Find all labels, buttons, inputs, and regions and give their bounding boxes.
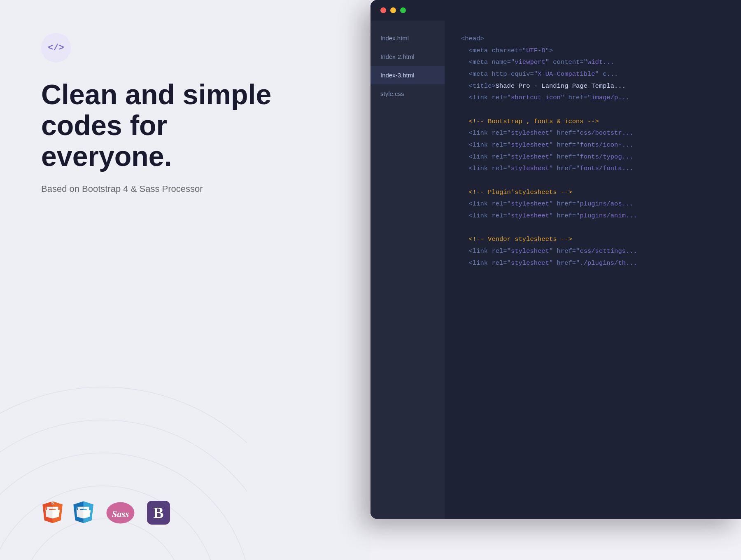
svg-point-4 (0, 387, 247, 560)
left-panel: </> Clean and simple codes for everyone.… (0, 0, 370, 560)
code-line: <link rel="stylesheet" href="fonts/typog… (461, 151, 725, 163)
code-line: <link rel="stylesheet" href="plugins/aos… (461, 198, 725, 210)
code-icon: </> (48, 43, 64, 53)
css3-logo (72, 500, 95, 527)
blank-line (461, 104, 725, 116)
file-item-index[interactable]: Index.html (370, 29, 445, 47)
code-line: <link rel="stylesheet" href="fonts/icon-… (461, 139, 725, 151)
code-line: <meta name="viewport" content="widt... (461, 56, 725, 68)
code-line: <link rel="shortcut icon" href="image/p.… (461, 92, 725, 104)
file-item-style[interactable]: style.css (370, 84, 445, 103)
code-line-comment-plugins: <!-- Plugin'stylesheets --> (461, 187, 725, 198)
svg-text:5: 5 (51, 500, 54, 505)
maximize-button[interactable] (400, 7, 406, 13)
code-line: <link rel="stylesheet" href="fonts/fonta… (461, 163, 725, 175)
code-area: <head> <meta charset="UTF-8"> <meta name… (445, 21, 741, 519)
code-line: <link rel="stylesheet" href="./plugins/t… (461, 257, 725, 269)
blank-line (461, 222, 725, 234)
editor-body: Index.html Index-2.html Index-3.html sty… (370, 21, 741, 519)
close-button[interactable] (380, 7, 386, 13)
code-editor: Index.html Index-2.html Index-3.html sty… (370, 0, 741, 519)
minimize-button[interactable] (390, 7, 396, 13)
editor-titlebar (370, 0, 741, 21)
sass-logo: Sass (103, 502, 138, 526)
headline: Clean and simple codes for everyone. (41, 79, 272, 171)
subtext: Based on Bootstrap 4 & Sass Processor (41, 184, 329, 194)
code-line: <meta http-equiv="X-UA-Compatible" c... (461, 68, 725, 80)
file-item-index3[interactable]: Index-3.html (370, 66, 445, 84)
svg-text:B: B (153, 504, 163, 521)
code-line-comment-bootstrap: <!-- Bootstrap , fonts & icons --> (461, 116, 725, 128)
bootstrap-logo: B (146, 500, 171, 527)
html5-logo: 5 (41, 500, 64, 527)
code-line: <link rel="stylesheet" href="plugins/ani… (461, 210, 725, 222)
code-line: <link rel="stylesheet" href="css/bootstr… (461, 127, 725, 139)
code-line-comment-vendor: <!-- Vendor stylesheets --> (461, 233, 725, 245)
svg-text:Sass: Sass (112, 509, 129, 519)
code-line: <link rel="stylesheet" href="css/setting… (461, 245, 725, 257)
code-line: <meta charset="UTF-8"> (461, 45, 725, 57)
code-line: <title>Shade Pro - Landing Page Templa..… (461, 80, 725, 92)
code-line: <head> (461, 33, 725, 45)
file-sidebar: Index.html Index-2.html Index-3.html sty… (370, 21, 445, 519)
tech-logos: 5 Sass B (41, 483, 329, 527)
file-item-index2[interactable]: Index-2.html (370, 47, 445, 66)
code-badge: </> (41, 33, 71, 63)
blank-line (461, 175, 725, 187)
